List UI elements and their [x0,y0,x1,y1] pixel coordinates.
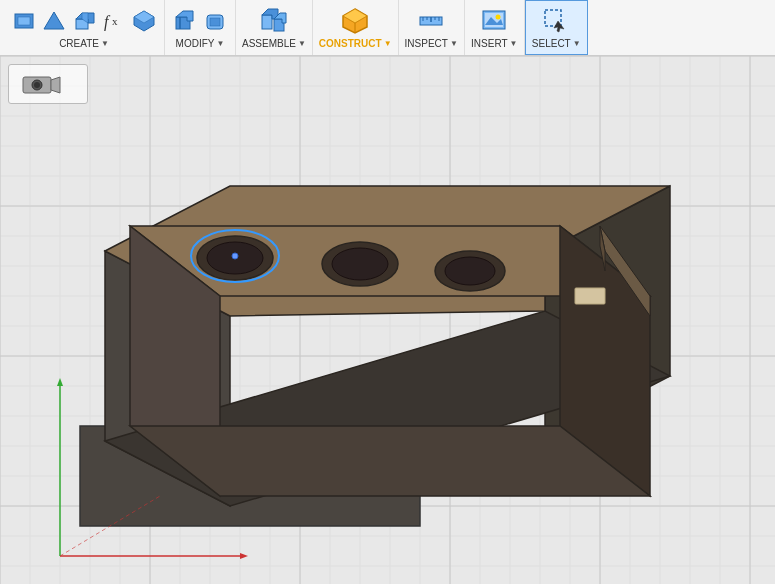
inspect-menu[interactable]: INSPECT ▼ [399,0,465,55]
assemble-icons-row [260,7,288,35]
select-menu[interactable]: SELECT ▼ [525,0,588,55]
svg-point-33 [496,14,501,19]
axis-x-arrow [240,553,248,559]
create-arrow: ▼ [101,39,109,48]
construct-label: CONSTRUCT ▼ [319,38,392,49]
model-hole2-inner [332,248,388,280]
inspect-icon [417,7,445,35]
toolbar: f x CREATE ▼ [0,0,775,56]
hole1-center-point [232,253,238,259]
create-formula-icon: f x [100,7,128,35]
construct-menu[interactable]: CONSTRUCT ▼ [313,0,399,55]
modify-arrow: ▼ [216,39,224,48]
assemble-menu[interactable]: ASSEMBLE ▼ [236,0,313,55]
create-triangle-icon [40,7,68,35]
create-extrude-icon [70,7,98,35]
modify-icon1 [171,7,199,35]
insert-label: INSERT ▼ [471,38,517,49]
svg-text:x: x [112,15,118,27]
modify-menu[interactable]: MODIFY ▼ [165,0,236,55]
assemble-label: ASSEMBLE ▼ [242,38,306,49]
create-icons-row: f x [10,7,158,35]
model-front-face [130,426,650,496]
svg-marker-2 [44,12,64,29]
viewport[interactable] [0,56,775,584]
select-icons-row [542,7,570,35]
svg-rect-14 [210,18,220,26]
construct-icon [341,7,369,35]
insert-icons-row [480,7,508,35]
create-rectangle-icon [10,7,38,35]
create-3d-icon [130,7,158,35]
inspect-icons-row [417,7,445,35]
svg-marker-35 [554,21,564,32]
inspect-arrow: ▼ [450,39,458,48]
assemble-arrow: ▼ [298,39,306,48]
modify-icons-row [171,7,229,35]
select-arrow: ▼ [573,39,581,48]
select-icon [542,7,570,35]
3d-model[interactable] [0,56,775,584]
svg-rect-15 [262,15,272,29]
svg-rect-1 [18,17,30,25]
construct-icons-row [341,7,369,35]
model-hole3-inner [445,257,495,285]
assemble-icon [260,7,288,35]
construct-arrow: ▼ [384,39,392,48]
create-menu[interactable]: f x CREATE ▼ [4,0,165,55]
model-small-notch [575,288,605,304]
axis-y-arrow [57,378,63,386]
insert-icon [480,7,508,35]
svg-text:f: f [104,13,111,31]
modify-icon2 [201,7,229,35]
insert-arrow: ▼ [510,39,518,48]
select-label: SELECT ▼ [532,38,581,49]
insert-menu[interactable]: INSERT ▼ [465,0,525,55]
inspect-label: INSPECT ▼ [405,38,458,49]
create-label: CREATE ▼ [59,38,109,49]
modify-label: MODIFY ▼ [176,38,225,49]
